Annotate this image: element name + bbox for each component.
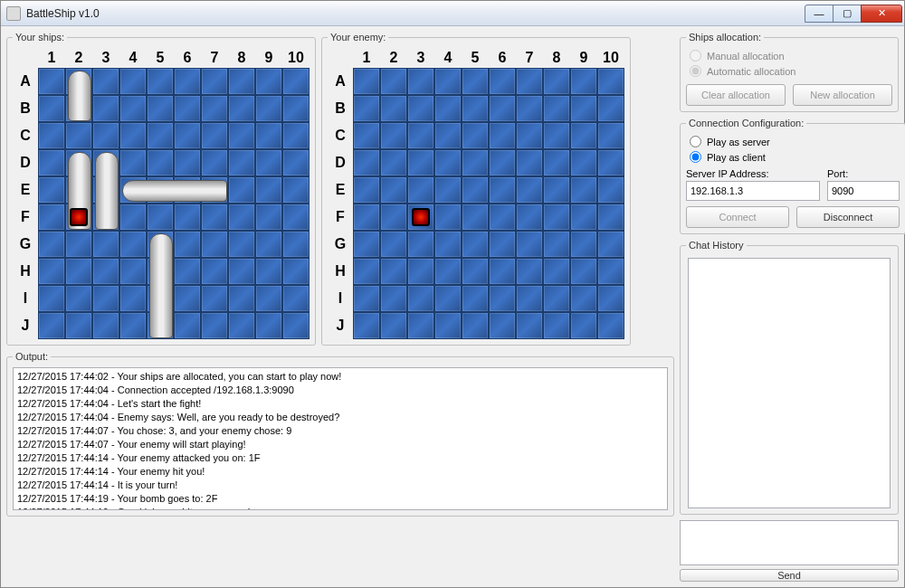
grid-cell[interactable] [597, 312, 624, 339]
grid-cell[interactable] [434, 312, 462, 339]
grid-cell[interactable] [434, 122, 462, 149]
grid-cell[interactable] [380, 258, 407, 285]
grid-cell[interactable] [353, 231, 380, 258]
grid-cell[interactable] [353, 176, 380, 204]
minimize-button[interactable]: — [805, 5, 834, 23]
grid-cell[interactable] [380, 231, 407, 258]
grid-cell[interactable] [353, 258, 380, 285]
grid-cell[interactable] [353, 68, 380, 95]
grid-cell[interactable] [407, 312, 434, 339]
grid-cell[interactable] [407, 204, 434, 231]
ip-input[interactable] [686, 181, 820, 201]
play-server-row[interactable]: Play as server [686, 134, 900, 149]
grid-cell[interactable] [434, 204, 462, 231]
send-button[interactable]: Send [680, 569, 899, 582]
grid-cell[interactable] [597, 95, 624, 122]
grid-cell[interactable] [380, 312, 407, 339]
grid-cell[interactable] [570, 204, 597, 231]
grid-cell[interactable] [462, 204, 489, 231]
grid-cell[interactable] [380, 176, 407, 204]
grid-cell[interactable] [353, 149, 380, 176]
play-client-radio[interactable] [690, 151, 701, 163]
grid-cell[interactable] [570, 285, 597, 312]
grid-cell[interactable] [407, 176, 434, 204]
grid-cell[interactable] [462, 285, 489, 312]
grid-cell[interactable] [489, 231, 516, 258]
grid-cell[interactable] [489, 204, 516, 231]
play-client-row[interactable]: Play as client [686, 149, 900, 165]
enemy-grid[interactable]: 12345678910ABCDEFGHIJ [328, 48, 624, 339]
maximize-button[interactable]: ▢ [833, 5, 862, 23]
play-server-radio[interactable] [690, 136, 701, 147]
grid-cell[interactable] [380, 122, 407, 149]
grid-cell[interactable] [516, 122, 543, 149]
grid-cell[interactable] [543, 231, 570, 258]
grid-cell[interactable] [407, 231, 434, 258]
output-textbox[interactable]: 12/27/2015 17:44:02 - Your ships are all… [13, 367, 668, 510]
grid-cell[interactable] [570, 258, 597, 285]
grid-cell[interactable] [489, 258, 516, 285]
grid-cell[interactable] [570, 176, 597, 204]
grid-cell[interactable] [462, 68, 489, 95]
grid-cell[interactable] [462, 122, 489, 149]
grid-cell[interactable] [570, 231, 597, 258]
grid-cell[interactable] [543, 312, 570, 339]
chat-input[interactable] [680, 520, 899, 565]
grid-cell[interactable] [407, 68, 434, 95]
port-input[interactable] [827, 181, 900, 201]
grid-cell[interactable] [462, 176, 489, 204]
grid-cell[interactable] [543, 204, 570, 231]
grid-cell[interactable] [516, 258, 543, 285]
grid-cell[interactable] [353, 122, 380, 149]
grid-cell[interactable] [380, 204, 407, 231]
grid-cell[interactable] [597, 68, 624, 95]
grid-cell[interactable] [434, 149, 462, 176]
grid-cell[interactable] [489, 285, 516, 312]
grid-cell[interactable] [489, 149, 516, 176]
grid-cell[interactable] [516, 95, 543, 122]
grid-cell[interactable] [353, 204, 380, 231]
grid-cell[interactable] [543, 122, 570, 149]
grid-cell[interactable] [407, 122, 434, 149]
chat-history-box[interactable] [688, 258, 891, 508]
close-button[interactable]: ✕ [861, 5, 902, 23]
grid-cell[interactable] [543, 176, 570, 204]
grid-cell[interactable] [516, 149, 543, 176]
grid-cell[interactable] [597, 258, 624, 285]
grid-cell[interactable] [489, 95, 516, 122]
grid-cell[interactable] [570, 312, 597, 339]
grid-cell[interactable] [597, 149, 624, 176]
grid-cell[interactable] [434, 231, 462, 258]
grid-cell[interactable] [407, 95, 434, 122]
grid-cell[interactable] [570, 68, 597, 95]
grid-cell[interactable] [462, 95, 489, 122]
grid-cell[interactable] [543, 149, 570, 176]
grid-cell[interactable] [353, 285, 380, 312]
grid-cell[interactable] [407, 149, 434, 176]
grid-cell[interactable] [434, 258, 462, 285]
grid-cell[interactable] [353, 95, 380, 122]
grid-cell[interactable] [597, 176, 624, 204]
grid-cell[interactable] [407, 285, 434, 312]
grid-cell[interactable] [380, 68, 407, 95]
grid-cell[interactable] [434, 68, 462, 95]
grid-cell[interactable] [570, 149, 597, 176]
grid-cell[interactable] [597, 122, 624, 149]
grid-cell[interactable] [462, 149, 489, 176]
grid-cell[interactable] [597, 285, 624, 312]
grid-cell[interactable] [462, 258, 489, 285]
grid-cell[interactable] [516, 312, 543, 339]
grid-cell[interactable] [353, 312, 380, 339]
grid-cell[interactable] [489, 122, 516, 149]
grid-cell[interactable] [516, 204, 543, 231]
grid-cell[interactable] [407, 258, 434, 285]
grid-cell[interactable] [462, 231, 489, 258]
grid-cell[interactable] [516, 231, 543, 258]
grid-cell[interactable] [597, 204, 624, 231]
grid-cell[interactable] [489, 176, 516, 204]
grid-cell[interactable] [380, 149, 407, 176]
grid-cell[interactable] [570, 122, 597, 149]
grid-cell[interactable] [543, 285, 570, 312]
grid-cell[interactable] [597, 231, 624, 258]
grid-cell[interactable] [434, 285, 462, 312]
